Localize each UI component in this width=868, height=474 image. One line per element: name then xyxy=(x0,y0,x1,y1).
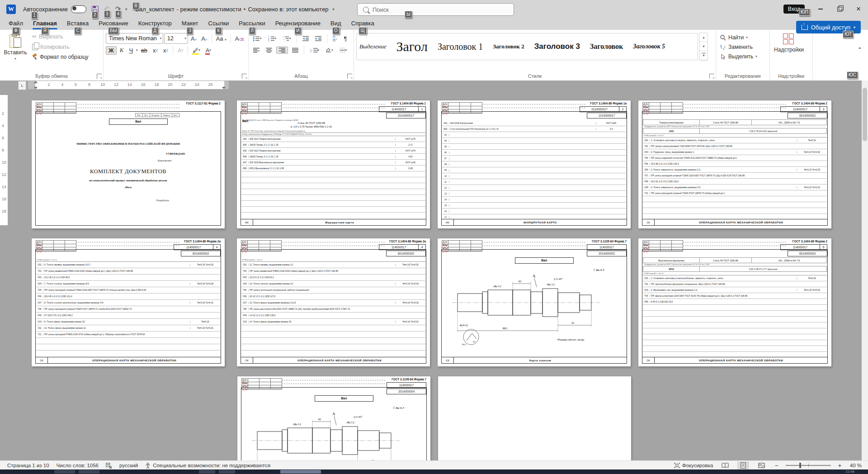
tab-файл[interactable]: ФайлФ xyxy=(4,18,28,29)
accessibility-status[interactable]: Специальные возможности: не поддерживают… xyxy=(145,463,270,469)
zoom-thumb[interactable] xyxy=(799,463,801,468)
zoom-in-button[interactable]: + xyxy=(837,462,843,469)
collapse-ribbon-icon[interactable]: ▴ xyxy=(859,45,861,50)
tab-вид[interactable]: ВидО xyxy=(326,18,346,29)
taskbar-button[interactable] xyxy=(219,470,235,474)
taskbar-button-active[interactable] xyxy=(280,470,321,474)
format-painter-button[interactable]: Формат по образцу xyxy=(30,53,90,61)
tab-макет[interactable]: МакетЗ xyxy=(177,18,203,29)
document-page-5[interactable]: Дубл.Взам.Подл.ГОСТ 3.1404-86 Форма 2а11… xyxy=(32,238,225,366)
document-page-1[interactable]: Дубл.Взам.Подл.ГОСТ 3.1117-81 Форма 2Изм… xyxy=(32,100,225,228)
line-spacing-button[interactable]: ↕▾ xyxy=(307,47,321,53)
tab-вставка[interactable]: ВставкаС xyxy=(62,18,94,29)
document-page-8[interactable]: Дубл.Взам.Подл.ГОСТ 3.1404-86 Форма 2114… xyxy=(638,238,831,366)
styles-scroll-up-icon[interactable]: ▴ xyxy=(700,33,708,42)
vertical-scrollbar[interactable] xyxy=(862,81,868,460)
document-page-10[interactable] xyxy=(438,376,631,460)
vertical-ruler[interactable]: 24681012141618 xyxy=(0,95,8,225)
style-st-h3[interactable]: Заголовок 3 xyxy=(534,42,580,51)
read-mode-button[interactable] xyxy=(719,461,731,469)
style-st-zagol[interactable]: Загол xyxy=(396,39,427,54)
scrollbar-thumb[interactable] xyxy=(863,88,867,141)
search-input[interactable]: Поиск Ы xyxy=(357,3,514,16)
align-right-button[interactable] xyxy=(276,47,288,54)
styles-more-icon[interactable]: ▾ xyxy=(700,51,708,60)
document-title[interactable]: В Вал_комплект - режим совместимости • С… xyxy=(135,6,336,13)
bullets-button[interactable]: ▾ xyxy=(251,35,264,42)
document-page-7[interactable]: Дубл.Взам.Подл.ГОСТ 3.1105-84 Форма 7114… xyxy=(438,238,631,366)
bold-button[interactable]: Ж xyxy=(106,46,117,55)
style-st-vydelenie[interactable]: Выделение xyxy=(359,43,386,50)
first-line-indent-marker[interactable] xyxy=(34,81,38,83)
paste-button[interactable]: Вставить ▾ xyxy=(2,33,28,61)
document-canvas[interactable]: L 2468101214161820222426 24681012141618 … xyxy=(0,81,868,460)
addins-button[interactable]: Надстройки xyxy=(772,33,806,53)
font-family-select[interactable]: Times New Roman ▾ xyxy=(106,33,163,44)
sort-button[interactable]: АЯ↓ xyxy=(330,34,340,43)
document-page-2[interactable]: Дубл.Взам.Подл.ГОСТ 3.1404-86 Форма 1114… xyxy=(237,100,430,228)
align-left-button[interactable] xyxy=(251,47,262,53)
decrease-indent-button[interactable] xyxy=(300,35,311,42)
hanging-indent-marker[interactable] xyxy=(34,87,38,89)
shading-button[interactable]: ▾ xyxy=(323,47,335,53)
word-count[interactable]: Число слов: 1056 xyxy=(57,463,99,468)
numbering-button[interactable]: 123 ▾ xyxy=(266,35,279,42)
taskbar-button[interactable] xyxy=(199,470,215,474)
highlight-button[interactable]: 🖉▾ xyxy=(190,47,203,54)
clipboard-dialog-launcher[interactable] xyxy=(97,74,102,79)
style-st-h5[interactable]: Заголовок 5 xyxy=(633,43,665,50)
select-button[interactable]: Выделить ▾ xyxy=(718,52,767,61)
style-st-h1[interactable]: Заголовок 1 xyxy=(438,42,483,52)
word-logo-icon[interactable]: W xyxy=(6,5,16,14)
tab-ссылки[interactable]: СсылкиК xyxy=(203,18,234,29)
superscript-button[interactable]: x2 xyxy=(161,47,170,54)
change-case-button[interactable]: Aa ▾ xyxy=(214,35,228,43)
signin-button[interactable]: Вход ЮП xyxy=(783,5,805,14)
font-color-button[interactable]: А▾ xyxy=(203,47,213,54)
zoom-level[interactable]: 40 % xyxy=(850,463,862,468)
redo-button[interactable]: ↷ 4 xyxy=(115,5,121,13)
taskbar-button[interactable] xyxy=(79,470,99,474)
styles-dialog-launcher[interactable] xyxy=(709,74,714,79)
taskbar-button[interactable] xyxy=(54,470,75,474)
tab-главная[interactable]: ГлавнаяЯ xyxy=(28,18,62,29)
style-st-h2[interactable]: Заголовок 2 xyxy=(493,43,524,50)
subscript-button[interactable]: x2 xyxy=(151,47,160,54)
autosave-toggle[interactable] xyxy=(71,5,86,13)
page-indicator[interactable]: Страница 1 из 10 xyxy=(7,463,49,468)
justify-button[interactable] xyxy=(290,47,301,53)
language-indicator[interactable]: русский xyxy=(119,463,138,468)
document-page-4[interactable]: Дубл.Взам.Подл.ГОСТ 3.1404-86 Форма 2114… xyxy=(638,100,831,228)
show-marks-button[interactable]: ¶ xyxy=(342,35,349,43)
underline-button[interactable]: Ч xyxy=(127,47,135,54)
tab-рассылки[interactable]: РассылкиЛ xyxy=(234,18,270,29)
grow-font-button[interactable]: А˄ xyxy=(189,35,198,43)
align-center-button[interactable] xyxy=(264,47,274,53)
windows-taskbar[interactable]: 11:48 xyxy=(0,469,868,474)
document-page-9[interactable]: Дубл.Взам.Подл.ГОСТ 3.1105-84 Форма 7114… xyxy=(237,376,430,460)
zoom-out-button[interactable]: − xyxy=(774,462,779,469)
style-st-h4[interactable]: Заголовок xyxy=(590,43,623,51)
borders-button[interactable]: ▾ xyxy=(337,47,349,53)
clear-formatting-button[interactable]: А⌫ xyxy=(233,35,246,43)
underline-chevron-icon[interactable]: ▾ xyxy=(136,48,138,52)
shrink-font-button[interactable]: А˅ xyxy=(199,35,209,43)
styles-scroll-down-icon[interactable]: ▾ xyxy=(700,42,708,51)
replace-button[interactable]: bc Заменить xyxy=(718,43,767,51)
restore-button[interactable] xyxy=(830,0,849,18)
share-button[interactable]: Общий доступ ▾ ЮТ xyxy=(796,21,861,33)
text-effects-button[interactable]: А▾ xyxy=(175,47,185,54)
tab-selector[interactable]: L xyxy=(18,81,26,90)
paragraph-dialog-launcher[interactable] xyxy=(347,74,352,79)
print-layout-button[interactable] xyxy=(737,461,749,469)
right-indent-marker[interactable] xyxy=(222,87,226,89)
web-layout-button[interactable] xyxy=(755,461,767,469)
italic-button[interactable]: К xyxy=(118,46,126,54)
document-page-6[interactable]: Дубл.Взам.Подл.ГОСТ 3.1404-86 Форма 2а11… xyxy=(237,238,430,366)
minimize-button[interactable] xyxy=(811,0,830,18)
multilevel-list-button[interactable]: 1ai ▾ xyxy=(280,35,293,42)
font-size-select[interactable]: 12 ▾ xyxy=(164,33,188,44)
tab-рецензирование[interactable]: РецензированиеИ xyxy=(270,18,326,29)
tab-конструктор[interactable]: КонструкторД xyxy=(133,18,177,29)
close-button[interactable]: × xyxy=(849,0,868,18)
